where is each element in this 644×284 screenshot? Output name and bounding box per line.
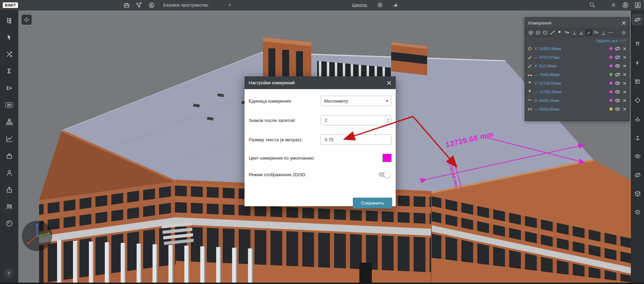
section-plane-icon[interactable] (632, 114, 643, 124)
save-button[interactable]: Сохранить (353, 198, 392, 208)
measure-angle-icon[interactable] (578, 29, 585, 36)
visibility-eye-icon[interactable] (615, 72, 620, 77)
measurement-row[interactable]: Y: 810.26мм (527, 61, 627, 70)
delete-measurement-icon[interactable] (623, 55, 627, 59)
measurement-color-swatch[interactable] (609, 47, 613, 50)
measure-perpendicular-icon[interactable] (571, 29, 577, 36)
measurement-color-swatch[interactable] (609, 82, 613, 85)
cube-icon[interactable] (632, 188, 643, 199)
measurement-color-swatch[interactable] (609, 90, 613, 93)
sidebar-item-history[interactable] (2, 217, 16, 230)
measurement-color-swatch[interactable] (609, 107, 613, 111)
measure-axes-icon[interactable] (600, 29, 606, 36)
sidebar-item-user[interactable] (2, 166, 16, 180)
lightning-icon[interactable] (632, 58, 643, 68)
measure-line-icon[interactable] (535, 29, 541, 36)
text-size-input[interactable] (324, 137, 391, 143)
close-icon[interactable] (622, 21, 626, 25)
measure-point-icon[interactable] (527, 29, 534, 36)
topbar-right: ≡ (589, 0, 641, 10)
profile-icon[interactable] (634, 2, 641, 9)
sidebar-item-model-tree[interactable] (2, 13, 16, 27)
visibility-eye-icon[interactable] (615, 98, 620, 103)
measurement-value: — 12752.88мм (534, 90, 607, 94)
delete-measurement-icon[interactable] (623, 107, 627, 111)
axis-icon[interactable] (632, 132, 643, 143)
search-icon[interactable] (589, 2, 596, 9)
spinner-down-icon[interactable]: ▾ (388, 120, 389, 123)
focus-target-icon[interactable] (632, 95, 643, 105)
sidebar-item-chart[interactable] (2, 132, 16, 146)
section-box-icon[interactable] (632, 76, 643, 87)
measure-distance-icon[interactable] (549, 29, 555, 36)
menu-icon[interactable]: ≡ (610, 2, 617, 9)
measure-edge-icon[interactable] (542, 29, 548, 36)
delete-measurement-icon[interactable] (623, 64, 627, 68)
decimals-input[interactable] (324, 117, 385, 123)
sidebar-item-2d-view[interactable]: 2D (2, 98, 16, 112)
measurement-color-swatch[interactable] (609, 99, 613, 102)
measurement-row[interactable]: — 12752.88мм (527, 87, 627, 96)
delete-measurement-icon[interactable] (623, 90, 627, 94)
measurement-color-swatch[interactable] (609, 56, 613, 59)
measurement-row[interactable]: Y: 15839.98мм (527, 44, 627, 53)
orbit-3d-icon[interactable] (632, 14, 643, 25)
navigation-gizmo[interactable] (21, 220, 53, 252)
workspace-selector[interactable]: Базовое пространство ▾ (163, 3, 231, 8)
mode-2d3d-toggle[interactable] (378, 172, 390, 177)
account-icon[interactable] (622, 2, 629, 9)
measurement-list: Y: 15839.98мм — 6737.97мм Y: 810.26мм — … (525, 44, 629, 121)
chevron-down-icon: ▾ (229, 3, 231, 7)
share-icon[interactable] (392, 2, 398, 9)
delete-measurement-icon[interactable] (623, 98, 627, 103)
close-icon[interactable] (387, 81, 392, 85)
help-button[interactable]: ? (4, 269, 13, 278)
graph-icon[interactable] (136, 2, 142, 9)
measure-dashed-icon[interactable] (607, 29, 614, 36)
measurement-row[interactable]: X: 6430.15мм (527, 96, 627, 105)
gear-icon[interactable] (376, 2, 383, 9)
spinner-buttons[interactable]: ▴ ▾ (385, 115, 391, 125)
visibility-eye-icon[interactable] (615, 55, 620, 60)
measurement-row[interactable]: — 6569.60мм (527, 105, 627, 113)
hide-icon[interactable] (632, 170, 643, 180)
delete-measurement-icon[interactable] (623, 47, 627, 51)
sidebar-item-collaboration[interactable] (2, 200, 16, 214)
sidebar-item-sum[interactable]: Σ (2, 64, 16, 78)
sidebar-item-export[interactable] (2, 183, 16, 197)
layers-icon[interactable] (632, 207, 643, 217)
visibility-eye-icon[interactable] (615, 64, 620, 68)
spinner-up-icon[interactable]: ▴ (388, 118, 389, 120)
magnet-icon[interactable] (632, 39, 643, 49)
measure-tape-icon[interactable] (593, 29, 599, 36)
sidebar-item-clash[interactable] (2, 47, 16, 61)
visibility-eye-icon[interactable] (615, 89, 620, 94)
default-color-swatch[interactable] (383, 154, 392, 162)
measurement-row[interactable]: — 7946.88мм (527, 70, 627, 79)
unit-select[interactable]: Миллиметр ▾ (321, 96, 392, 106)
sidebar-item-select-cursor[interactable] (2, 30, 16, 44)
measurement-color-swatch[interactable] (609, 73, 613, 76)
measurement-type-icon (527, 64, 532, 68)
sidebar-item-structure[interactable] (2, 115, 16, 129)
delete-all-button[interactable]: Удалить все ✓✓ (525, 37, 629, 44)
measurement-row[interactable]: — 6737.97мм (527, 53, 627, 61)
delete-measurement-icon[interactable] (623, 81, 627, 85)
measurement-color-swatch[interactable] (609, 64, 613, 67)
measurement-row[interactable]: Y: 12739.68мм (527, 79, 627, 87)
workspace-icon[interactable] (148, 2, 155, 9)
fit-view-button[interactable] (21, 15, 32, 25)
visibility-eye-icon[interactable] (615, 81, 620, 86)
sidebar-item-plugins[interactable] (2, 149, 16, 163)
measure-double-marker-icon[interactable] (564, 29, 570, 36)
delete-measurement-icon[interactable] (623, 73, 627, 77)
visibility-icon[interactable] (632, 151, 643, 161)
briefcase-icon[interactable] (123, 2, 130, 9)
visibility-eye-icon[interactable] (615, 107, 620, 112)
measure-ruler-icon[interactable] (586, 29, 592, 36)
sidebar-item-sum-plus[interactable]: Σ+ (2, 81, 16, 95)
measurement-value: — 7946.88мм (534, 73, 607, 77)
visibility-eye-icon[interactable] (615, 46, 620, 51)
measure-marker-icon[interactable] (556, 29, 563, 36)
settings-gear-icon[interactable] (620, 29, 627, 36)
